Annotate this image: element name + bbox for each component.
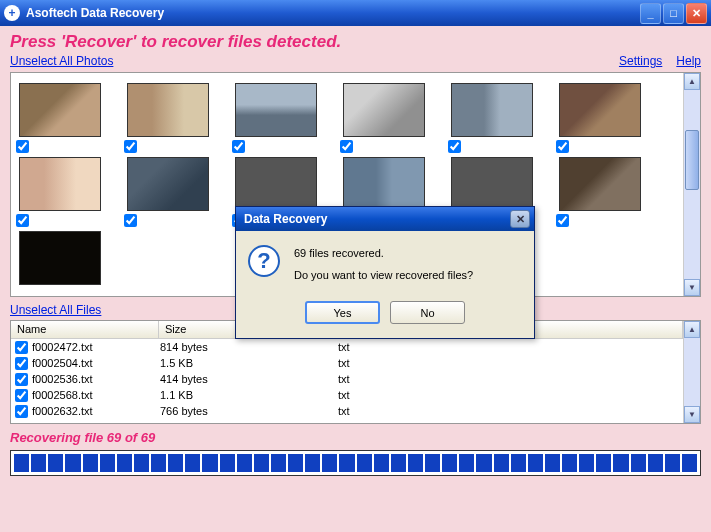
file-ext: txt	[338, 341, 478, 353]
dialog-close-button[interactable]: ✕	[510, 210, 530, 228]
scroll-down-button[interactable]: ▼	[684, 406, 700, 423]
window-title: Asoftech Data Recovery	[26, 6, 640, 20]
scroll-track[interactable]	[684, 338, 700, 406]
photo-thumbnail	[235, 83, 317, 137]
scroll-up-button[interactable]: ▲	[684, 321, 700, 338]
photo-thumbnail	[343, 83, 425, 137]
photo-checkbox[interactable]	[16, 140, 29, 153]
progress-segment	[562, 454, 577, 472]
scroll-thumb[interactable]	[685, 130, 699, 190]
column-header-name[interactable]: Name	[11, 321, 159, 338]
unselect-all-photos-link[interactable]: Unselect All Photos	[10, 54, 113, 68]
photo-item[interactable]	[235, 83, 317, 137]
file-checkbox[interactable]	[15, 373, 28, 386]
photo-checkbox[interactable]	[556, 214, 569, 227]
photo-thumbnail	[451, 83, 533, 137]
progress-segment	[374, 454, 389, 472]
instruction-text: Press 'Recover' to recover files detecte…	[10, 32, 701, 52]
scroll-up-button[interactable]: ▲	[684, 73, 700, 90]
file-ext: txt	[338, 373, 478, 385]
photo-item[interactable]	[127, 157, 209, 211]
file-checkbox[interactable]	[15, 389, 28, 402]
photo-item[interactable]	[235, 157, 317, 211]
progress-segment	[134, 454, 149, 472]
photo-item[interactable]	[451, 157, 533, 211]
photo-checkbox[interactable]	[448, 140, 461, 153]
file-name: f0002504.txt	[32, 357, 160, 369]
file-scrollbar[interactable]: ▲ ▼	[683, 321, 700, 423]
unselect-all-files-link[interactable]: Unselect All Files	[10, 303, 101, 317]
dialog-title: Data Recovery	[240, 212, 510, 226]
file-name: f0002536.txt	[32, 373, 160, 385]
progress-bar	[10, 450, 701, 476]
photo-checkbox[interactable]	[124, 140, 137, 153]
photo-thumbnail	[19, 231, 101, 285]
photo-thumbnail	[559, 157, 641, 211]
photo-item[interactable]	[19, 83, 101, 137]
help-link[interactable]: Help	[676, 54, 701, 68]
dialog-titlebar: Data Recovery ✕	[236, 207, 534, 231]
settings-link[interactable]: Settings	[619, 54, 662, 68]
file-row[interactable]: f0002536.txt414 bytestxt	[11, 371, 683, 387]
file-checkbox[interactable]	[15, 357, 28, 370]
photo-thumbnail	[127, 83, 209, 137]
scroll-down-button[interactable]: ▼	[684, 279, 700, 296]
photo-item[interactable]	[343, 157, 425, 211]
file-row[interactable]: f0002504.txt1.5 KBtxt	[11, 355, 683, 371]
yes-button[interactable]: Yes	[305, 301, 380, 324]
progress-segment	[322, 454, 337, 472]
progress-segment	[528, 454, 543, 472]
question-icon: ?	[248, 245, 280, 277]
progress-segment	[511, 454, 526, 472]
photo-checkbox[interactable]	[232, 140, 245, 153]
photo-scrollbar[interactable]: ▲ ▼	[683, 73, 700, 296]
photo-item[interactable]	[451, 83, 533, 137]
photo-checkbox[interactable]	[340, 140, 353, 153]
file-size: 766 bytes	[160, 405, 338, 417]
progress-segment	[48, 454, 63, 472]
progress-segment	[494, 454, 509, 472]
progress-segment	[100, 454, 115, 472]
progress-segment	[220, 454, 235, 472]
progress-segment	[339, 454, 354, 472]
progress-segment	[391, 454, 406, 472]
progress-segment	[237, 454, 252, 472]
progress-segment	[168, 454, 183, 472]
photo-item[interactable]	[559, 83, 641, 137]
maximize-button[interactable]: □	[663, 3, 684, 24]
progress-segment	[442, 454, 457, 472]
file-name: f0002632.txt	[32, 405, 160, 417]
progress-segment	[65, 454, 80, 472]
scroll-track[interactable]	[684, 90, 700, 279]
progress-segment	[271, 454, 286, 472]
photo-item[interactable]	[19, 231, 101, 285]
status-text: Recovering file 69 of 69	[10, 430, 701, 445]
progress-segment	[579, 454, 594, 472]
file-name: f0002568.txt	[32, 389, 160, 401]
file-ext: txt	[338, 357, 478, 369]
photo-checkbox[interactable]	[16, 214, 29, 227]
file-row[interactable]: f0002472.txt814 bytestxt	[11, 339, 683, 355]
minimize-button[interactable]: _	[640, 3, 661, 24]
file-checkbox[interactable]	[15, 405, 28, 418]
window-titlebar: + Asoftech Data Recovery _ □ ✕	[0, 0, 711, 26]
photo-item[interactable]	[559, 157, 641, 211]
photo-checkbox[interactable]	[124, 214, 137, 227]
photo-item[interactable]	[127, 83, 209, 137]
progress-segment	[14, 454, 29, 472]
progress-segment	[305, 454, 320, 472]
no-button[interactable]: No	[390, 301, 465, 324]
progress-segment	[631, 454, 646, 472]
progress-segment	[151, 454, 166, 472]
file-row[interactable]: f0002568.txt1.1 KBtxt	[11, 387, 683, 403]
photo-thumbnail	[235, 157, 317, 211]
photo-item[interactable]	[343, 83, 425, 137]
photo-checkbox[interactable]	[556, 140, 569, 153]
photo-thumbnail	[19, 83, 101, 137]
progress-segment	[545, 454, 560, 472]
progress-segment	[459, 454, 474, 472]
photo-item[interactable]	[19, 157, 101, 211]
file-row[interactable]: f0002632.txt766 bytestxt	[11, 403, 683, 419]
close-button[interactable]: ✕	[686, 3, 707, 24]
file-checkbox[interactable]	[15, 341, 28, 354]
